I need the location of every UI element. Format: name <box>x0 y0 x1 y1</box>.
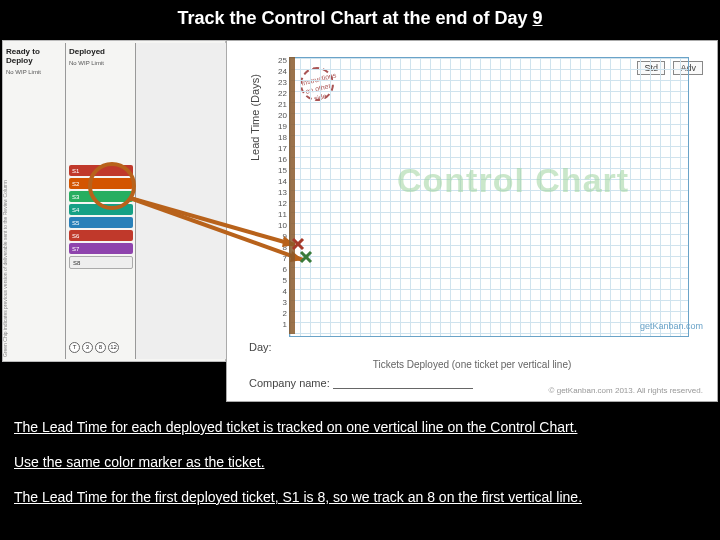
ytick: 6 <box>273 264 287 275</box>
card: S7 <box>69 243 133 254</box>
ytick: 11 <box>273 209 287 220</box>
ytick: 20 <box>273 110 287 121</box>
ytick: 2 <box>273 308 287 319</box>
ytick: 9 <box>273 231 287 242</box>
slide: Track the Control Chart at the end of Da… <box>0 0 720 540</box>
ytick: 23 <box>273 77 287 88</box>
ytick: 19 <box>273 121 287 132</box>
ytick: 24 <box>273 66 287 77</box>
note-line-3: The Lead Time for the first deployed tic… <box>14 487 706 508</box>
kanban-col-blank <box>135 43 226 359</box>
watermark: Control Chart <box>397 161 629 200</box>
card: S4 <box>69 204 133 215</box>
ytick: 16 <box>273 154 287 165</box>
dot: 3 <box>82 342 93 353</box>
ytick: 3 <box>273 297 287 308</box>
copyright: © getKanban.com 2013. All rights reserve… <box>549 386 703 395</box>
ytick: 10 <box>273 220 287 231</box>
title-text: Track the Control Chart at the end of Da… <box>177 8 532 28</box>
brand: getKanban.com <box>640 321 703 331</box>
ytick: 4 <box>273 286 287 297</box>
kanban-col-ready: Ready to Deploy No WIP Limit <box>3 43 65 359</box>
y-ticks: 25 24 23 22 21 20 19 18 17 16 15 14 13 1… <box>273 55 287 330</box>
title-day: 9 <box>533 8 543 28</box>
note-line-2: Use the same color marker as the ticket. <box>14 452 706 473</box>
company-label: Company name: <box>249 377 473 389</box>
ytick: 25 <box>273 55 287 66</box>
col-ready-head: Ready to Deploy <box>3 43 65 69</box>
ytick: 15 <box>273 165 287 176</box>
card: S1 <box>69 165 133 176</box>
card: S5 <box>69 217 133 228</box>
card: S2 <box>69 178 133 189</box>
day-label: Day: <box>249 341 272 353</box>
ytick: 5 <box>273 275 287 286</box>
col-deployed-sub: No WIP Limit <box>66 60 136 66</box>
y-axis-label: Lead Time (Days) <box>249 74 261 161</box>
instruction-text: The Lead Time for each deployed ticket i… <box>14 417 706 522</box>
ytick: 12 <box>273 198 287 209</box>
note-line-1: The Lead Time for each deployed ticket i… <box>14 417 706 438</box>
dot: T <box>69 342 80 353</box>
card: S6 <box>69 230 133 241</box>
ytick: 22 <box>273 88 287 99</box>
ytick: 1 <box>273 319 287 330</box>
ytick: 13 <box>273 187 287 198</box>
deployed-cards: S1 S2 S3 S4 S5 S6 S7 S8 <box>69 163 133 271</box>
company-blank <box>333 378 473 389</box>
ytick: 21 <box>273 99 287 110</box>
dot: 12 <box>108 342 119 353</box>
dot: 8 <box>95 342 106 353</box>
ytick: 14 <box>273 176 287 187</box>
card: S8 <box>69 256 133 269</box>
card: S3 <box>69 191 133 202</box>
company-text: Company name: <box>249 377 330 389</box>
slide-title: Track the Control Chart at the end of Da… <box>0 8 720 29</box>
kanban-col-deployed: Deployed No WIP Limit S1 S2 S3 S4 S5 S6 … <box>65 43 136 359</box>
col-deployed-head: Deployed <box>66 43 136 60</box>
ytick: 7 <box>273 253 287 264</box>
counter-dots: T 3 8 12 <box>69 342 133 353</box>
ytick: 17 <box>273 143 287 154</box>
col-ready-sub: No WIP Limit <box>3 69 65 75</box>
kanban-board: Green Chip indicates previous version of… <box>2 40 226 362</box>
ytick: 8 <box>273 242 287 253</box>
ytick: 18 <box>273 132 287 143</box>
x-axis-label: Tickets Deployed (one ticket per vertica… <box>227 359 717 370</box>
control-chart: Instructions on other side Std Adv Lead … <box>226 40 718 402</box>
